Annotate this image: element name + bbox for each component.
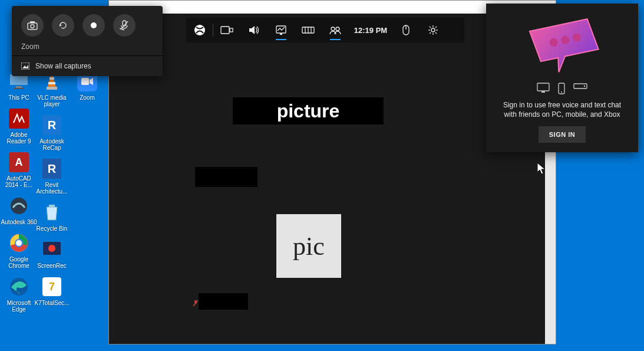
desktop-icon-autocad[interactable]: AAutoCAD 2014 - E... [0,150,38,188]
svg-point-23 [48,245,55,252]
gamebar-clock: 12:19 PM [349,26,392,35]
svg-rect-31 [28,23,37,29]
xbox-button[interactable] [186,18,213,42]
gamebar-capture-widget: Zoom Show all captures [12,6,163,76]
svg-line-63 [430,32,431,34]
thumbnail-label: pic [276,214,341,278]
svg-point-11 [16,240,22,246]
svg-rect-42 [221,27,229,34]
svg-point-32 [31,25,34,28]
device-icons-row [493,83,631,94]
mouse-passthrough-button[interactable] [392,18,420,42]
svg-point-70 [561,91,562,93]
svg-rect-21 [49,205,55,207]
gallery-icon [21,63,29,70]
mobile-icon [558,83,565,94]
svg-text:A: A [15,156,23,168]
desktop-icon-k7[interactable]: 7K7TotalSec... [33,275,71,306]
gamebar-toolbar: 12:19 PM [186,18,464,42]
desktop-icon-screenrec[interactable]: ScreenRec [33,238,71,269]
svg-marker-40 [22,65,28,68]
svg-marker-44 [249,26,255,34]
svg-point-72 [584,86,585,87]
svg-rect-27 [81,78,89,85]
svg-text:R: R [48,119,57,132]
svg-rect-67 [537,83,549,91]
desktop-icon-autodesk-360[interactable]: Autodesk 360 [0,194,38,225]
svg-point-35 [91,22,97,28]
participant-tile-1 [195,167,257,187]
zoom-meeting-area: picture pic [109,14,545,344]
show-all-captures-label: Show all captures [35,62,91,70]
record-last-button[interactable] [52,14,74,37]
svg-point-7 [11,198,27,214]
xbox-social-card: Sign in to use free voice and text chat … [486,4,638,152]
desktop-icon-recycle-bin[interactable]: Recycle Bin [33,201,71,232]
desktop-icon-revit[interactable]: RRevit Architectu... [33,157,71,195]
svg-marker-34 [60,24,62,27]
desktop-icon-adobe-reader[interactable]: Adobe Reader 9 [0,107,38,145]
svg-rect-16 [48,82,55,84]
svg-rect-33 [30,21,35,23]
console-icon [573,83,587,94]
svg-rect-3 [14,88,24,89]
svg-point-52 [336,27,339,31]
svg-rect-14 [47,87,57,90]
svg-point-55 [431,28,435,32]
participant-tile-2 [199,293,248,310]
desktop-icon-recap[interactable]: RAutodesk ReCap [33,113,71,151]
mic-muted-icon [193,300,199,307]
mic-toggle-button[interactable] [113,14,136,37]
resources-widget-button[interactable] [295,18,322,42]
pc-icon [537,83,550,94]
sign-in-button[interactable]: SIGN IN [539,126,586,143]
signin-prompt-text: Sign in to use free voice and text chat … [493,100,631,126]
svg-line-61 [435,32,437,34]
chat-bubble-icon [518,13,606,78]
svg-text:R: R [48,162,57,175]
show-all-captures-link[interactable]: Show all captures [12,56,163,76]
capture-widget-app-title: Zoom [12,42,163,55]
svg-text:7: 7 [49,281,55,293]
svg-rect-2 [16,86,22,88]
svg-rect-43 [230,28,233,32]
settings-button[interactable] [420,18,447,42]
svg-rect-68 [541,91,545,93]
svg-line-62 [435,27,437,28]
svg-rect-46 [280,34,282,35]
screenshot-button[interactable] [21,14,44,37]
record-button[interactable] [82,14,105,37]
shared-screen-title: picture [233,97,384,124]
performance-widget-button[interactable] [267,18,295,42]
svg-point-51 [331,27,335,31]
svg-line-60 [430,27,431,28]
desktop-icon-edge[interactable]: Microsoft Edge [0,275,38,313]
svg-point-41 [194,25,205,35]
capture-widget-button[interactable] [213,18,240,42]
svg-rect-15 [49,77,54,80]
xbox-social-button[interactable] [322,18,349,42]
desktop-icon-chrome[interactable]: Google Chrome [0,231,38,269]
audio-widget-button[interactable] [240,18,267,42]
